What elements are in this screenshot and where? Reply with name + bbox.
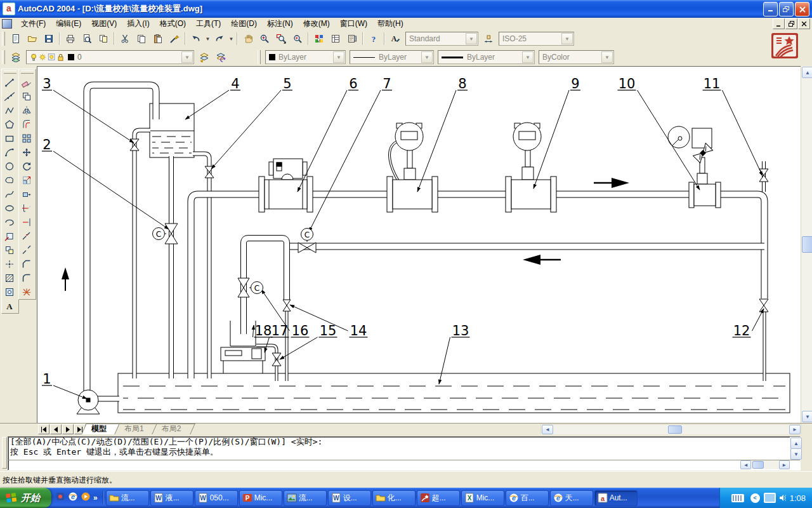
menu-N[interactable]: 标注(N) bbox=[262, 18, 298, 30]
chevron-down-icon[interactable]: ▼ bbox=[561, 33, 573, 44]
chevron-down-icon[interactable]: ▼ bbox=[601, 51, 613, 63]
toolbar-grip[interactable] bbox=[2, 50, 5, 64]
keyboard-icon[interactable] bbox=[731, 494, 744, 502]
mdi-restore-button[interactable] bbox=[785, 18, 797, 29]
menu-O[interactable]: 格式(O) bbox=[155, 18, 191, 30]
drawing-file-icon[interactable] bbox=[2, 19, 12, 29]
quick-launch-app[interactable] bbox=[55, 491, 65, 504]
task-button-12[interactable]: aAut... bbox=[594, 490, 638, 506]
quick-launch-ie[interactable]: e bbox=[68, 491, 78, 504]
fillet-tool-button[interactable] bbox=[19, 271, 34, 285]
start-button[interactable]: 开始 bbox=[0, 488, 51, 508]
revision-cloud-tool-button[interactable] bbox=[2, 173, 17, 187]
ellipse-tool-button[interactable] bbox=[2, 201, 17, 215]
task-button-10[interactable]: e百... bbox=[506, 490, 549, 506]
ellipse-arc-tool-button[interactable] bbox=[2, 215, 17, 229]
hatch-tool-button[interactable] bbox=[2, 271, 17, 285]
polyline-tool-button[interactable] bbox=[2, 104, 17, 117]
toolbar-grip[interactable] bbox=[258, 50, 261, 64]
multiline-text-tool-button[interactable]: A bbox=[2, 299, 17, 313]
close-button[interactable] bbox=[795, 2, 809, 17]
tab-layout1[interactable]: 布局1 bbox=[115, 424, 153, 434]
zoom-window-button[interactable] bbox=[273, 30, 289, 47]
layer-combo[interactable]: 0 ▼ bbox=[26, 50, 194, 64]
menu-W[interactable]: 窗口(W) bbox=[335, 18, 372, 30]
chevron-down-icon[interactable]: ▼ bbox=[181, 51, 193, 63]
chevron-down-icon[interactable]: ▼ bbox=[333, 51, 344, 63]
canvas-horizontal-scrollbar[interactable]: ◄ ► bbox=[540, 424, 802, 435]
linetype-combo[interactable]: ByLayer ▼ bbox=[350, 50, 434, 64]
scroll-down-icon[interactable]: ▼ bbox=[802, 411, 812, 422]
display-settings-icon[interactable] bbox=[764, 493, 776, 503]
menu-V[interactable]: 视图(V) bbox=[86, 18, 122, 30]
designcenter-button[interactable] bbox=[327, 30, 344, 47]
scroll-left-icon[interactable]: ◄ bbox=[740, 460, 751, 469]
text-style-button[interactable]: A bbox=[387, 30, 403, 47]
task-button-8[interactable]: 超... bbox=[417, 490, 460, 506]
minimize-button[interactable] bbox=[763, 2, 778, 17]
next-tab-button[interactable] bbox=[62, 424, 74, 434]
tool-palettes-button[interactable] bbox=[344, 30, 360, 47]
layer-previous-button[interactable] bbox=[196, 49, 213, 65]
scroll-down-icon[interactable]: ▼ bbox=[790, 448, 802, 460]
horizontal-scroll-thumb[interactable] bbox=[668, 425, 682, 434]
restore-button[interactable] bbox=[779, 2, 794, 17]
task-button-5[interactable]: 流... bbox=[284, 490, 327, 506]
task-button-7[interactable]: 化... bbox=[372, 490, 416, 506]
menu-I[interactable]: 插入(I) bbox=[122, 18, 154, 30]
menu-E[interactable]: 编辑(E) bbox=[51, 18, 86, 30]
zoom-previous-button[interactable] bbox=[289, 30, 306, 47]
pan-realtime-button[interactable] bbox=[240, 30, 256, 47]
layer-manager-button[interactable] bbox=[8, 49, 24, 65]
scroll-right-icon[interactable]: ► bbox=[789, 425, 801, 434]
plot-style-combo[interactable]: ByColor ▼ bbox=[539, 50, 614, 64]
scale-tool-button[interactable] bbox=[19, 173, 34, 187]
erase-tool-button[interactable] bbox=[19, 76, 34, 90]
spline-tool-button[interactable] bbox=[2, 187, 17, 201]
command-history[interactable]: [全部(A)/中心点(C)/动态(D)/范围(E)/上一个(P)/比例(S)/窗… bbox=[8, 436, 801, 471]
task-button-4[interactable]: PMic... bbox=[239, 490, 282, 506]
quick-launch-media[interactable] bbox=[81, 491, 91, 504]
break-at-point-tool-button[interactable] bbox=[19, 229, 34, 243]
properties-button[interactable] bbox=[311, 30, 327, 47]
new-file-button[interactable] bbox=[8, 30, 24, 47]
chevron-down-icon[interactable]: ▼ bbox=[466, 33, 477, 44]
volume-icon[interactable] bbox=[780, 494, 786, 502]
scroll-left-icon[interactable]: ◄ bbox=[542, 425, 553, 434]
scroll-up-icon[interactable]: ▲ bbox=[802, 67, 812, 78]
task-button-1[interactable]: 流... bbox=[106, 490, 149, 506]
chamfer-tool-button[interactable] bbox=[19, 257, 34, 271]
text-style-combo[interactable]: Standard ▼ bbox=[405, 32, 478, 46]
circle-tool-button[interactable] bbox=[2, 159, 17, 173]
publish-button[interactable] bbox=[95, 30, 112, 47]
command-window-grip[interactable] bbox=[2, 437, 7, 469]
task-button-2[interactable]: W液... bbox=[150, 490, 193, 506]
open-file-button[interactable] bbox=[24, 30, 41, 47]
menu-T[interactable]: 工具(T) bbox=[191, 18, 226, 30]
copy-button[interactable] bbox=[133, 30, 150, 47]
mdi-close-button[interactable] bbox=[798, 18, 810, 29]
stretch-tool-button[interactable] bbox=[19, 187, 34, 201]
command-horizontal-scrollbar[interactable]: ◄ ► bbox=[740, 460, 790, 469]
vertical-scroll-thumb[interactable] bbox=[802, 236, 812, 253]
previous-tab-button[interactable] bbox=[50, 424, 62, 434]
tab-layout2[interactable]: 布局2 bbox=[153, 424, 190, 434]
rotate-tool-button[interactable] bbox=[19, 159, 34, 173]
menu-H[interactable]: 帮助(H) bbox=[372, 18, 409, 30]
arc-tool-button[interactable] bbox=[2, 145, 17, 159]
mirror-tool-button[interactable] bbox=[19, 104, 34, 117]
print-preview-button[interactable] bbox=[79, 30, 95, 47]
task-button-11[interactable]: e天... bbox=[550, 490, 593, 506]
zoom-realtime-button[interactable] bbox=[256, 30, 273, 47]
task-button-3[interactable]: W050... bbox=[195, 490, 238, 506]
print-button[interactable] bbox=[62, 30, 79, 47]
array-tool-button[interactable] bbox=[19, 131, 34, 145]
chevron-down-icon[interactable]: ▼ bbox=[522, 51, 534, 63]
menu-D[interactable]: 绘图(D) bbox=[226, 18, 262, 30]
dim-style-combo[interactable]: ISO-25 ▼ bbox=[499, 32, 574, 46]
offset-tool-button[interactable] bbox=[19, 117, 34, 131]
trim-tool-button[interactable] bbox=[19, 201, 34, 215]
polygon-tool-button[interactable] bbox=[2, 117, 17, 131]
help-button[interactable]: ? bbox=[365, 30, 382, 47]
dim-style-button[interactable] bbox=[480, 30, 497, 47]
